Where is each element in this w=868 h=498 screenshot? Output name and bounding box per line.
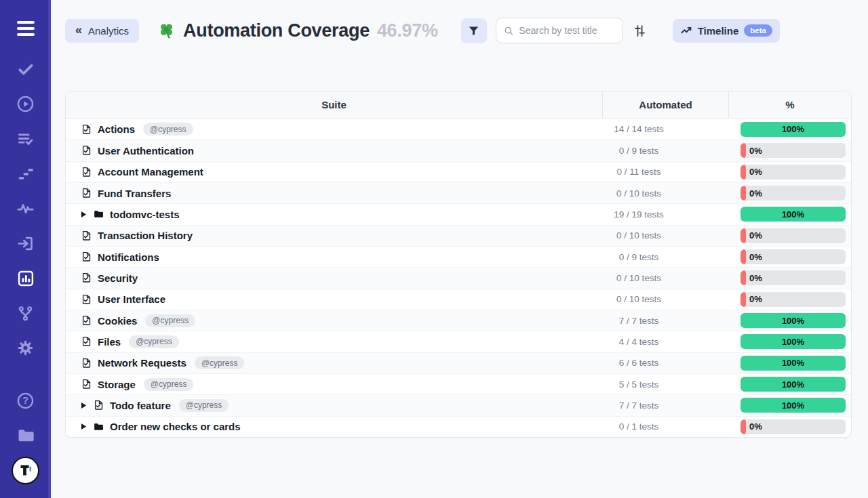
table-row[interactable]: User Interface0 / 10 tests0% [66, 289, 851, 310]
suite-tag[interactable]: @cypress [179, 399, 229, 412]
timeline-button[interactable]: Timeline beta [673, 19, 780, 43]
settings-gear-icon[interactable] [0, 331, 51, 366]
login-icon[interactable] [0, 226, 51, 262]
coverage-bar-cell: 0% [728, 143, 851, 158]
table-row[interactable]: Account Management0 / 11 tests0% [66, 161, 851, 182]
coverage-bar: 0% [741, 186, 846, 201]
suite-name[interactable]: Network Requests [98, 357, 186, 369]
coverage-percent-label: 100% [782, 316, 804, 326]
suite-name[interactable]: Account Management [98, 166, 203, 178]
testomat-logo[interactable] [0, 453, 51, 489]
suite-name[interactable]: Storage [98, 379, 136, 390]
suite-tag[interactable]: @cypress [195, 356, 245, 369]
suite-tag[interactable]: @cypress [144, 378, 194, 391]
trending-up-icon [680, 24, 692, 37]
automated-count: 0 / 10 tests [602, 188, 728, 199]
search-icon [504, 25, 514, 37]
activity-icon[interactable] [0, 191, 51, 226]
play-circle-icon[interactable] [0, 87, 51, 122]
suite-name[interactable]: Transaction History [98, 230, 193, 241]
file-check-icon [81, 272, 92, 284]
automated-count: 7 / 7 tests [602, 400, 728, 411]
column-header-percent[interactable]: % [728, 91, 851, 118]
coverage-bar-fill [741, 419, 746, 434]
table-row[interactable]: User Authentication0 / 9 tests0% [66, 140, 851, 161]
filter-button[interactable] [461, 18, 487, 43]
steps-icon[interactable] [0, 157, 51, 192]
expand-caret-icon[interactable] [81, 211, 87, 218]
suite-cell: User Interface [66, 293, 602, 306]
coverage-bar: 0% [741, 270, 846, 285]
suite-name[interactable]: User Authentication [98, 145, 194, 157]
suite-name[interactable]: Cookies [98, 315, 137, 327]
table-row[interactable]: Cookies@cypress7 / 7 tests100% [66, 310, 851, 331]
suite-cell: todomvc-tests [66, 209, 602, 220]
automated-count: 7 / 7 tests [602, 316, 728, 326]
suite-name[interactable]: Files [98, 336, 121, 348]
table-row[interactable]: todomvc-tests19 / 19 tests100% [66, 203, 851, 224]
suite-cell: Fund Transfers [66, 187, 602, 199]
suite-tag[interactable]: @cypress [145, 314, 195, 327]
coverage-bar-fill [741, 143, 746, 158]
suite-name[interactable]: Todo feature [110, 400, 171, 411]
list-check-icon[interactable] [0, 121, 51, 157]
help-icon[interactable]: ? [0, 383, 51, 419]
suite-cell: User Authentication [66, 144, 602, 157]
table-row[interactable]: Fund Transfers0 / 10 tests0% [66, 182, 851, 203]
suite-cell: Cookies@cypress [66, 314, 602, 327]
check-icon[interactable] [0, 51, 51, 87]
table-body: Actions@cypress14 / 14 tests100%User Aut… [66, 119, 851, 437]
table-row[interactable]: Network Requests@cypress6 / 6 tests100% [66, 352, 851, 373]
table-row[interactable]: Order new checks or cards0 / 1 tests0% [66, 416, 851, 437]
coverage-percent-label: 0% [749, 294, 762, 304]
table-row[interactable]: Security0 / 10 tests0% [66, 267, 851, 288]
suite-name[interactable]: todomvc-tests [110, 209, 180, 220]
coverage-percent-label: 100% [782, 337, 804, 347]
page-title-group: Automation Coverage 46.97% [157, 20, 438, 41]
menu-icon[interactable] [0, 9, 51, 47]
suite-tag[interactable]: @cypress [143, 123, 193, 136]
back-to-analytics-button[interactable]: « Analytics [65, 19, 139, 43]
coverage-bar: 0% [741, 228, 846, 243]
search-box[interactable] [496, 18, 623, 43]
suite-name[interactable]: Security [98, 272, 138, 284]
column-header-automated[interactable]: Automated [602, 91, 728, 118]
table-row[interactable]: Actions@cypress14 / 14 tests100% [66, 119, 851, 140]
coverage-bar-cell: 0% [728, 292, 851, 307]
coverage-percent-label: 0% [749, 230, 762, 241]
table-row[interactable]: Files@cypress4 / 4 tests100% [66, 331, 851, 352]
automated-count: 5 / 5 tests [602, 379, 728, 390]
suite-name[interactable]: User Interface [98, 293, 165, 305]
table-row[interactable]: Notifications0 / 9 tests0% [66, 246, 851, 267]
topbar: « Analytics Automation Coverage 46.97% T… [51, 0, 868, 43]
back-label: Analytics [88, 25, 129, 37]
file-check-icon [81, 187, 92, 199]
coverage-bar: 0% [741, 419, 846, 434]
suite-name[interactable]: Order new checks or cards [110, 421, 241, 432]
table-row[interactable]: Storage@cypress5 / 5 tests100% [66, 373, 851, 394]
coverage-bar-cell: 0% [728, 186, 851, 201]
coverage-percent-label: 0% [749, 146, 762, 156]
projects-folder-icon[interactable] [0, 418, 51, 453]
analytics-bar-chart-icon[interactable] [0, 261, 51, 296]
table-row[interactable]: Todo feature@cypress7 / 7 tests100% [66, 394, 851, 415]
coverage-table: Suite Automated % Actions@cypress14 / 14… [65, 91, 852, 438]
automated-count: 0 / 10 tests [602, 273, 728, 283]
coverage-bar-fill [741, 270, 746, 285]
search-input[interactable] [519, 25, 614, 36]
suite-name[interactable]: Actions [98, 123, 135, 135]
suite-name[interactable]: Notifications [98, 251, 159, 263]
suite-tag[interactable]: @cypress [129, 335, 179, 348]
expand-caret-icon[interactable] [81, 423, 87, 430]
clover-icon [157, 22, 176, 40]
main-content: « Analytics Automation Coverage 46.97% T… [51, 0, 868, 498]
coverage-percent-label: 100% [782, 358, 804, 368]
suite-name[interactable]: Fund Transfers [98, 188, 171, 199]
git-branch-icon[interactable] [0, 296, 51, 331]
expand-caret-icon[interactable] [81, 402, 87, 409]
suite-cell: Todo feature@cypress [66, 399, 602, 412]
column-header-suite[interactable]: Suite [66, 91, 602, 118]
advanced-filters-button[interactable] [633, 24, 647, 38]
automated-count: 6 / 6 tests [602, 358, 728, 368]
table-row[interactable]: Transaction History0 / 10 tests0% [66, 225, 851, 246]
